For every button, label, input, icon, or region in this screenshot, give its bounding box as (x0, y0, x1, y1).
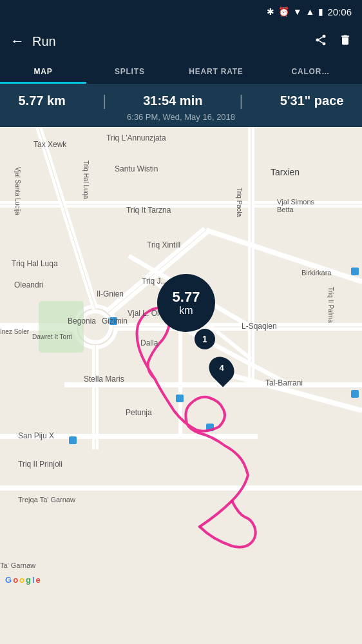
wifi-icon: ▼ (293, 6, 302, 17)
stat-sep-1: | (102, 92, 106, 110)
stat-sep-2: | (239, 92, 243, 110)
delete-button[interactable] (339, 34, 352, 50)
google-logo: G o o g l e (5, 575, 41, 585)
stat-duration: 31:54 min (143, 93, 202, 108)
battery-icon: ▮ (318, 6, 323, 17)
stats-bar: 5.77 km | 31:54 min | 5'31" pace 6:36 PM… (0, 84, 362, 127)
stats-date: 6:36 PM, Wed, May 16, 2018 (127, 112, 235, 122)
stat-distance: 5.77 km (19, 93, 66, 108)
share-button[interactable] (314, 34, 327, 50)
header-right (314, 34, 352, 50)
status-bar: ✱ ⏰ ▼ ▲ ▮ 20:06 (0, 0, 362, 23)
header-title: Run (32, 34, 56, 49)
finish-marker: 4 (210, 356, 233, 383)
tab-map[interactable]: MAP (0, 59, 86, 84)
svg-rect-29 (69, 436, 77, 444)
svg-rect-28 (351, 268, 359, 275)
map-container: Tax Xewk Triq L'Annunzjata Santu Wistin … (0, 127, 362, 590)
svg-rect-26 (110, 317, 117, 325)
header-left: ← Run (10, 33, 56, 50)
status-icons: ✱ ⏰ ▼ ▲ ▮ 20:06 (267, 6, 352, 17)
signal-icon: ▲ (306, 6, 315, 17)
status-time: 20:06 (327, 6, 352, 17)
stats-row: 5.77 km | 31:54 min | 5'31" pace (0, 92, 362, 110)
split-marker-1: 1 (195, 329, 215, 349)
tab-splits[interactable]: SPLITS (86, 59, 173, 84)
header: ← Run (0, 23, 362, 59)
back-button[interactable]: ← (10, 33, 24, 50)
tab-bar: MAP SPLITS HEART RATE CALOR… (0, 59, 362, 84)
svg-rect-25 (39, 301, 84, 353)
map-svg (0, 127, 362, 590)
stat-pace: 5'31" pace (280, 93, 344, 108)
alarm-icon: ⏰ (278, 6, 289, 17)
tab-calories[interactable]: CALOR… (260, 59, 362, 84)
tab-heart-rate[interactable]: HEART RATE (173, 59, 259, 84)
distance-marker: 5.77 km (157, 274, 215, 332)
svg-rect-30 (351, 390, 359, 398)
bluetooth-icon: ✱ (267, 6, 274, 17)
svg-rect-27 (176, 395, 184, 402)
